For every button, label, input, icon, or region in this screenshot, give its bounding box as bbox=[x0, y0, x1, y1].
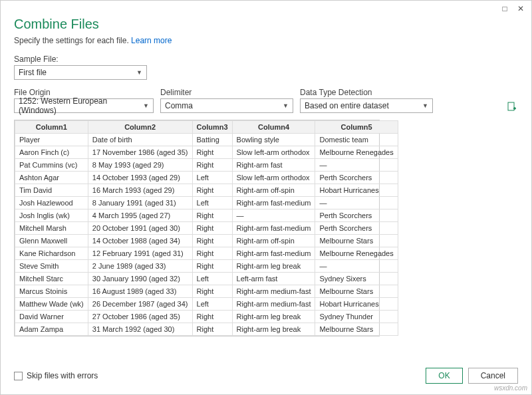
ok-button[interactable]: OK bbox=[426, 368, 462, 384]
table-cell: Batting bbox=[192, 134, 232, 146]
table-cell: 8 January 1991 (aged 31) bbox=[88, 197, 192, 209]
table-cell: Right-arm leg break bbox=[232, 311, 315, 323]
svg-rect-0 bbox=[508, 102, 514, 110]
column-header[interactable]: Column3 bbox=[192, 121, 232, 134]
delimiter-dropdown[interactable]: Comma ▼ bbox=[160, 98, 293, 113]
file-origin-value: 1252: Western European (Windows) bbox=[19, 96, 143, 115]
table-cell: Sydney Thunder bbox=[315, 311, 398, 323]
table-cell: Melbourne Renegades bbox=[315, 247, 398, 260]
table-row: Glenn Maxwell14 October 1988 (aged 34)Ri… bbox=[15, 235, 398, 247]
table-row: Kane Richardson12 February 1991 (aged 31… bbox=[15, 247, 398, 260]
table-row: PlayerDate of birthBattingBowling styleD… bbox=[15, 134, 398, 146]
maximize-button[interactable]: □ bbox=[497, 2, 513, 15]
table-row: Matthew Wade (wk)26 December 1987 (aged … bbox=[15, 298, 398, 311]
file-origin-label: File Origin bbox=[14, 88, 154, 97]
table-cell: Melbourne Renegades bbox=[315, 146, 398, 159]
close-button[interactable]: ✕ bbox=[513, 2, 529, 15]
table-cell: Right-arm off-spin bbox=[232, 235, 315, 247]
column-header[interactable]: Column5 bbox=[315, 121, 398, 134]
table-cell: Melbourne Stars bbox=[315, 323, 398, 336]
titlebar: □ ✕ bbox=[1, 1, 531, 17]
table-cell: Right-arm leg break bbox=[232, 323, 315, 336]
table-cell: 12 February 1991 (aged 31) bbox=[88, 247, 192, 260]
skip-errors-checkbox[interactable] bbox=[14, 372, 23, 380]
table-cell: Domestic team bbox=[315, 134, 398, 146]
cancel-button[interactable]: Cancel bbox=[468, 368, 518, 384]
table-cell: 17 November 1986 (aged 35) bbox=[88, 146, 192, 159]
table-cell: Right bbox=[192, 311, 232, 323]
table-cell: Right-arm fast bbox=[232, 159, 315, 172]
chevron-down-icon: ▼ bbox=[143, 102, 149, 109]
table-cell: Left bbox=[192, 197, 232, 209]
table-cell: Right-arm leg break bbox=[232, 260, 315, 273]
table-cell: Slow left-arm orthodox bbox=[232, 146, 315, 159]
table-cell: Sydney Sixers bbox=[315, 273, 398, 285]
table-cell: 26 December 1987 (aged 34) bbox=[88, 298, 192, 311]
delimiter-label: Delimiter bbox=[160, 88, 293, 97]
table-cell: Right bbox=[192, 247, 232, 260]
table-cell: Ashton Agar bbox=[15, 172, 88, 184]
table-cell: — bbox=[315, 197, 398, 209]
table-row: Aaron Finch (c)17 November 1986 (aged 35… bbox=[15, 146, 398, 159]
table-cell: Hobart Hurricanes bbox=[315, 298, 398, 311]
table-cell: Right bbox=[192, 285, 232, 298]
table-cell: Player bbox=[15, 134, 88, 146]
data-type-dropdown[interactable]: Based on entire dataset ▼ bbox=[300, 98, 433, 113]
table-cell: Right bbox=[192, 209, 232, 222]
sample-file-dropdown[interactable]: First file ▼ bbox=[14, 65, 147, 80]
table-cell: 31 March 1992 (aged 30) bbox=[88, 323, 192, 336]
table-cell: Slow left-arm orthodox bbox=[232, 172, 315, 184]
table-cell: — bbox=[315, 159, 398, 172]
table-cell: Perth Scorchers bbox=[315, 209, 398, 222]
column-header[interactable]: Column1 bbox=[15, 121, 88, 134]
data-type-value: Based on entire dataset bbox=[305, 101, 389, 110]
table-cell: Date of birth bbox=[88, 134, 192, 146]
sample-file-label: Sample File: bbox=[14, 55, 518, 64]
data-type-label: Data Type Detection bbox=[300, 88, 433, 97]
table-cell: 4 March 1995 (aged 27) bbox=[88, 209, 192, 222]
table-cell: Right bbox=[192, 260, 232, 273]
table-cell: Left bbox=[192, 172, 232, 184]
table-cell: Kane Richardson bbox=[15, 247, 88, 260]
table-row: Josh Hazlewood8 January 1991 (aged 31)Le… bbox=[15, 197, 398, 209]
table-cell: — bbox=[232, 209, 315, 222]
table-cell: 27 October 1986 (aged 35) bbox=[88, 311, 192, 323]
column-header[interactable]: Column4 bbox=[232, 121, 315, 134]
table-cell: — bbox=[315, 260, 398, 273]
table-cell: Matthew Wade (wk) bbox=[15, 298, 88, 311]
table-cell: Josh Inglis (wk) bbox=[15, 209, 88, 222]
page-title: Combine Files bbox=[14, 17, 518, 32]
table-cell: 20 October 1991 (aged 30) bbox=[88, 222, 192, 235]
table-cell: Left bbox=[192, 273, 232, 285]
chevron-down-icon: ▼ bbox=[136, 69, 142, 76]
learn-more-link[interactable]: Learn more bbox=[131, 36, 172, 45]
column-header[interactable]: Column2 bbox=[88, 121, 192, 134]
table-cell: Tim David bbox=[15, 184, 88, 197]
subtitle: Specify the settings for each file. Lear… bbox=[14, 36, 518, 45]
table-cell: Perth Scorchers bbox=[315, 222, 398, 235]
table-cell: 14 October 1988 (aged 34) bbox=[88, 235, 192, 247]
table-cell: Glenn Maxwell bbox=[15, 235, 88, 247]
insert-step-icon[interactable] bbox=[506, 101, 518, 113]
table-cell: David Warner bbox=[15, 311, 88, 323]
table-cell: Left bbox=[192, 298, 232, 311]
table-cell: Perth Scorchers bbox=[315, 172, 398, 184]
table-cell: Right-arm fast-medium bbox=[232, 247, 315, 260]
table-cell: 16 March 1993 (aged 29) bbox=[88, 184, 192, 197]
table-row: Tim David16 March 1993 (aged 29)RightRig… bbox=[15, 184, 398, 197]
sample-file-value: First file bbox=[19, 68, 47, 77]
table-cell: 30 January 1990 (aged 32) bbox=[88, 273, 192, 285]
table-cell: Steve Smith bbox=[15, 260, 88, 273]
table-row: Marcus Stoinis16 August 1989 (aged 33)Ri… bbox=[15, 285, 398, 298]
table-cell: Melbourne Stars bbox=[315, 285, 398, 298]
table-row: David Warner27 October 1986 (aged 35)Rig… bbox=[15, 311, 398, 323]
table-cell: Josh Hazlewood bbox=[15, 197, 88, 209]
file-origin-dropdown[interactable]: 1252: Western European (Windows) ▼ bbox=[14, 98, 154, 113]
table-cell: Marcus Stoinis bbox=[15, 285, 88, 298]
table-row: Adam Zampa31 March 1992 (aged 30)RightRi… bbox=[15, 323, 398, 336]
table-row: Pat Cummins (vc)8 May 1993 (aged 29)Righ… bbox=[15, 159, 398, 172]
table-cell: Right-arm fast-medium bbox=[232, 222, 315, 235]
table-cell: Right-arm medium-fast bbox=[232, 298, 315, 311]
table-row: Mitchell Marsh20 October 1991 (aged 30)R… bbox=[15, 222, 398, 235]
table-cell: Right-arm medium-fast bbox=[232, 285, 315, 298]
